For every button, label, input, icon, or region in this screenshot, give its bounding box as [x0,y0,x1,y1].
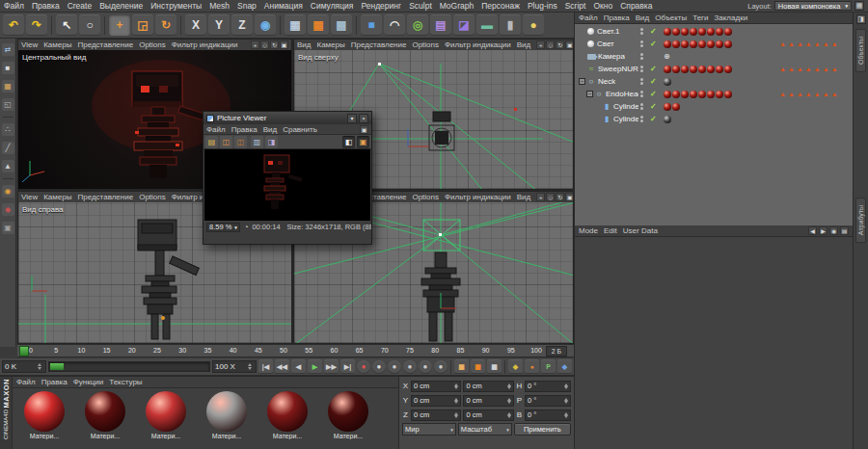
material-tag-icon[interactable] [664,28,671,36]
visibility-toggles[interactable] [640,91,643,97]
menubar-item[interactable]: Рендеринг [361,1,401,11]
material-item[interactable]: Матери... [137,391,195,439]
viewport-menu-item[interactable]: Камеры [43,40,71,49]
object-row[interactable]: − ≈SweepNURBS ✓ ▲▲▲▲▲▲▲ [575,63,853,75]
selection-tag-icon[interactable]: ▲ [831,91,838,97]
selection-tag-icon[interactable]: ▲ [797,91,803,97]
enable-check-icon[interactable]: ✓ [650,65,657,73]
toggle-view-icon[interactable]: ▣ [280,40,288,49]
fullscreen-icon[interactable]: ▣ [357,136,369,148]
snap-button[interactable]: ◆ [557,359,572,374]
material-menu-item[interactable]: Функции [73,378,104,386]
current-frame-field[interactable]: 0 K [2,360,46,373]
toggle-view-icon[interactable]: ▣ [565,40,573,49]
pan-view-icon[interactable]: + [251,40,259,49]
attribute-manager-menu-item[interactable]: Mode [579,226,598,235]
size-z-field[interactable]: 0 cm [463,409,513,421]
toggle-view-icon[interactable]: ▣ [565,193,573,201]
material-tag-icon[interactable] [664,103,671,111]
timeline-tick[interactable]: 40 [230,347,237,354]
menubar-item[interactable]: Create [68,1,93,11]
material-tag-icon[interactable] [681,28,689,36]
layout-grid-icon[interactable]: ▦ [854,1,864,11]
zoom-level-field[interactable]: 8.59 %▾ [206,223,240,232]
record-position-button[interactable]: ● [388,360,401,374]
render-view-icon[interactable]: ▦ [285,14,306,36]
picture-viewer-menu-item[interactable]: Вид [263,125,277,134]
record-keyframe-button[interactable]: ● [357,360,370,374]
selection-tag-icon[interactable]: ▲ [779,40,786,47]
object-name[interactable]: Свет [597,40,614,48]
selection-tag-icon[interactable]: ▲ [823,66,829,72]
viewport-menu-item[interactable]: Камеры [43,193,71,201]
material-tag-icon[interactable] [672,91,680,98]
selection-tag-icon[interactable]: ▲ [814,40,821,47]
selection-tag-icon[interactable]: ▲ [814,66,821,72]
timeline-tick[interactable]: 95 [507,347,515,354]
edges-mode-icon[interactable]: ╱ [2,142,14,154]
points-mode-icon[interactable]: ∴ [2,123,14,136]
material-item[interactable]: Матери... [15,391,73,439]
visibility-toggles[interactable] [640,66,643,72]
menubar-item[interactable]: Персонаж [481,1,520,11]
panel-tab[interactable]: Объекты [855,29,866,72]
enable-check-icon[interactable]: ✓ [650,102,657,111]
position-z-field[interactable]: 0 cm [411,409,461,421]
pla-button[interactable]: P [541,359,556,374]
snap-toggle-icon[interactable]: ◆ [2,203,14,216]
material-tag-icon[interactable] [716,91,723,98]
material-tag-icon[interactable] [707,28,715,36]
open-file-icon[interactable]: ▤ [205,136,218,148]
material-tag-icon[interactable] [672,40,680,48]
material-tag-icon[interactable] [672,66,680,73]
timeline-tick[interactable]: 20 [128,347,136,354]
target-tag-icon[interactable]: ⊕ [664,52,670,61]
viewport-menu-item[interactable]: Представление [77,193,133,201]
coordinate-system-icon[interactable]: ◉ [255,14,276,36]
object-name[interactable]: Cylinder [613,115,638,123]
picture-viewer-menu-item[interactable]: Правка [231,125,258,134]
viewport-menu-item[interactable]: Вид [517,193,530,201]
viewport-menu-item[interactable]: Options [412,193,439,201]
add-light-icon[interactable]: ● [523,14,544,36]
timeline-tick[interactable]: 70 [381,347,389,354]
material-tag-icon[interactable] [664,78,671,86]
object-name[interactable]: EndoHead [606,90,638,98]
material-item[interactable]: Матери... [258,391,316,439]
rotate-view-icon[interactable]: ↻ [270,40,279,49]
rotation-b-field[interactable]: 0 ° [525,409,571,421]
timeline-tick[interactable]: 65 [356,347,364,354]
rotate-tool-icon[interactable]: ↻ [155,14,176,36]
viewport-menu-item[interactable]: Фильтр индикации [445,193,511,201]
material-ball-button[interactable]: ● [525,359,539,374]
object-row[interactable]: − ▮Cylinder.1 ✓ [575,100,853,113]
selection-tag-icon[interactable]: ▲ [779,91,786,97]
material-tag-icon[interactable] [716,66,723,73]
viewport-menu-item[interactable]: Options [139,40,166,49]
selection-tag-icon[interactable]: ▲ [805,91,812,97]
size-mode-select[interactable]: Масштаб▾ [458,423,512,436]
lock-icon[interactable]: ◉ [829,226,838,235]
viewport-menu-item[interactable]: Фильтр индикации [445,40,511,49]
add-primitive-icon[interactable]: ■ [361,14,382,36]
material-tag-icon[interactable] [698,40,706,48]
material-tag-icon[interactable] [690,91,697,98]
material-tag-icon[interactable] [664,40,671,48]
render-preview[interactable] [204,149,370,221]
histogram-icon[interactable]: ▥ [251,136,263,148]
history-forward-icon[interactable]: ▶ [819,226,827,235]
viewport-menu-item[interactable]: Представление [77,40,133,49]
menubar-item[interactable]: Script [565,1,586,11]
object-row[interactable]: − Камера ⊕ [575,50,853,63]
save-as-icon[interactable]: ◫ [234,136,247,148]
material-tag-icon[interactable] [698,28,706,36]
attribute-manager-menu-item[interactable]: Edit [604,226,617,235]
convert-selection-icon[interactable]: ⇄ [2,43,14,56]
viewport-menu-item[interactable]: Камеры [316,40,344,49]
visibility-toggles[interactable] [640,103,643,110]
object-name[interactable]: Cylinder.1 [613,102,638,111]
zoom-view-icon[interactable]: ◇ [260,40,269,49]
selection-tag-icon[interactable]: ▲ [788,40,795,47]
material-tag-icon[interactable] [681,91,689,98]
coord-system-select[interactable]: Мир▾ [402,423,456,436]
